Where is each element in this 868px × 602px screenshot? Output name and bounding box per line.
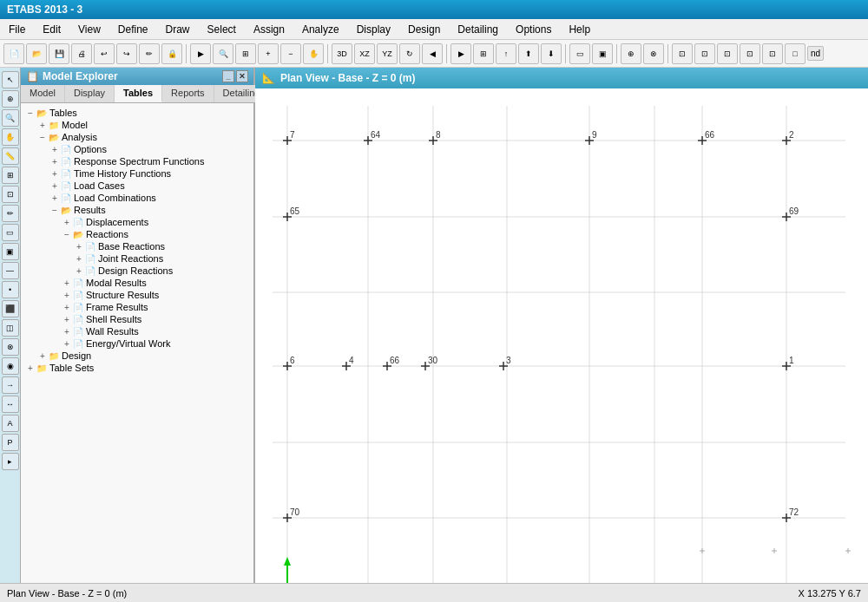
left-tool-node[interactable]: • (2, 281, 19, 298)
toolbar-btn-prev[interactable]: ◀ (422, 43, 443, 64)
tree-item-analysis[interactable]: −📂Analysis (21, 131, 253, 143)
left-tool-frame[interactable]: ⬛ (2, 300, 19, 317)
toolbar-btn-pointer[interactable]: ↑ (496, 43, 516, 64)
tree-expand-icon[interactable]: + (61, 327, 73, 337)
toolbar-btn-open[interactable]: 📂 (26, 43, 47, 64)
toolbar-btn-run[interactable]: ▶ (190, 43, 211, 64)
tree-item-reactions[interactable]: −📂Reactions (21, 228, 253, 240)
toolbar-btn-zoom-out[interactable]: − (280, 43, 301, 64)
tree-item-table-sets[interactable]: +📁Table Sets (21, 362, 253, 374)
left-tool-draw3[interactable]: ▣ (2, 243, 19, 260)
tree-item-energy/virtual-work[interactable]: +📄Energy/Virtual Work (21, 337, 253, 350)
tree-item-shell-results[interactable]: +📄Shell Results (21, 313, 253, 325)
menu-item-edit[interactable]: Edit (34, 22, 69, 37)
left-tool-arrow[interactable]: → (2, 376, 19, 394)
left-tool-section[interactable]: — (2, 262, 19, 279)
tree-expand-icon[interactable]: + (73, 266, 85, 276)
tree-expand-icon[interactable]: + (49, 193, 61, 203)
toolbar-btn-snap2[interactable]: ⊡ (694, 43, 715, 64)
toolbar-btn-next[interactable]: ▶ (450, 43, 471, 64)
left-tool-snap[interactable]: ⊡ (2, 186, 19, 203)
left-tool-shell[interactable]: ◫ (2, 319, 19, 337)
menu-item-draw[interactable]: Draw (157, 22, 199, 37)
toolbar-btn-edit[interactable]: ✏ (139, 43, 160, 64)
toolbar-btn-undo[interactable]: ↩ (94, 43, 115, 64)
tree-item-tables[interactable]: −📂Tables (21, 107, 253, 119)
toolbar-btn-zoom-in2[interactable]: + (258, 43, 279, 64)
tree-item-base-reactions[interactable]: +📄Base Reactions (21, 240, 253, 252)
tree-expand-icon[interactable]: + (24, 363, 36, 373)
left-tool-pointer[interactable]: ↖ (2, 71, 19, 88)
tree-item-frame-results[interactable]: +📄Frame Results (21, 301, 253, 313)
menu-item-display[interactable]: Display (348, 22, 399, 37)
left-tool-point[interactable]: ◉ (2, 357, 19, 375)
toolbar-btn-print[interactable]: 🖨 (71, 43, 92, 64)
toolbar-btn-assign1[interactable]: ⊕ (621, 43, 641, 64)
left-tool-all[interactable]: A (2, 415, 19, 432)
tree-expand-icon[interactable]: + (61, 303, 73, 312)
planview-canvas[interactable]: 7 64 8 9 66 2 65 (255, 88, 868, 583)
left-tool-ps[interactable]: P (2, 434, 19, 451)
toolbar-btn-new[interactable]: 📄 (3, 43, 24, 64)
toolbar-btn-redo[interactable]: ↪ (116, 43, 137, 64)
toolbar-btn-zoom-fit[interactable]: ⊞ (235, 43, 256, 64)
tree-expand-icon[interactable]: + (49, 169, 61, 179)
tree-item-load-combinations[interactable]: +📄Load Combinations (21, 192, 253, 204)
left-tool-measure[interactable]: 📏 (2, 147, 19, 165)
left-tool-spring[interactable]: ⊗ (2, 338, 19, 356)
left-tool-pan[interactable]: ✋ (2, 128, 19, 146)
explorer-tab-display[interactable]: Display (65, 85, 115, 102)
tree-item-design[interactable]: +📁Design (21, 350, 253, 362)
toolbar-btn-pan[interactable]: ✋ (303, 43, 324, 64)
toolbar-btn-yz[interactable]: YZ (377, 43, 398, 64)
left-tool-draw1[interactable]: ✏ (2, 205, 19, 222)
tree-item-wall-results[interactable]: +📄Wall Results (21, 325, 253, 337)
tree-expand-icon[interactable]: + (49, 157, 61, 167)
tree-expand-icon[interactable]: + (36, 121, 49, 130)
explorer-tab-reports[interactable]: Reports (162, 85, 214, 102)
left-tool-zoom[interactable]: 🔍 (2, 109, 19, 127)
explorer-tab-tables[interactable]: Tables (115, 85, 162, 102)
tree-expand-icon[interactable]: + (73, 242, 85, 252)
left-tool-dim[interactable]: ↔ (2, 396, 19, 413)
toolbar-btn-zoom-in[interactable]: 🔍 (213, 43, 233, 64)
menu-item-help[interactable]: Help (560, 22, 599, 37)
tree-expand-icon[interactable]: − (61, 230, 73, 239)
toolbar-btn-lock[interactable]: 🔒 (161, 43, 182, 64)
left-tool-draw2[interactable]: ▭ (2, 224, 19, 241)
toolbar-btn-up[interactable]: ⬆ (518, 43, 539, 64)
menu-item-options[interactable]: Options (507, 22, 560, 37)
tree-expand-icon[interactable]: − (36, 133, 49, 142)
explorer-tab-model[interactable]: Model (21, 85, 65, 102)
menu-item-detailing[interactable]: Detailing (449, 22, 507, 37)
tree-expand-icon[interactable]: + (61, 315, 73, 324)
tree-item-design-reactions[interactable]: +📄Design Reactions (21, 265, 253, 277)
menu-item-define[interactable]: Define (109, 22, 157, 37)
left-tool-select[interactable]: ⊕ (2, 90, 19, 108)
tree-item-response-spectrum-functions[interactable]: +📄Response Spectrum Functions (21, 155, 253, 167)
tree-expand-icon[interactable]: + (49, 181, 61, 191)
tree-item-structure-results[interactable]: +📄Structure Results (21, 289, 253, 301)
toolbar-btn-snap1[interactable]: ⊡ (672, 43, 693, 64)
tree-expand-icon[interactable]: + (73, 254, 85, 264)
left-tool-grid[interactable]: ⊞ (2, 167, 19, 184)
toolbar-btn-select[interactable]: ⊞ (473, 43, 494, 64)
toolbar-btn-frame[interactable]: ▭ (569, 43, 590, 64)
toolbar-btn-spin[interactable]: ↻ (399, 43, 420, 64)
tree-item-model[interactable]: +📁Model (21, 119, 253, 131)
left-tool-analyze[interactable]: ▸ (2, 453, 19, 470)
tree-expand-icon[interactable]: − (49, 206, 61, 215)
tree-item-results[interactable]: −📂Results (21, 204, 253, 216)
tree-item-time-history-functions[interactable]: +📄Time History Functions (21, 167, 253, 180)
toolbar-btn-save[interactable]: 💾 (49, 43, 69, 64)
tree-expand-icon[interactable]: + (61, 278, 73, 288)
tree-item-load-cases[interactable]: +📄Load Cases (21, 180, 253, 192)
toolbar-btn-shell[interactable]: ▣ (592, 43, 613, 64)
toolbar-btn-snap5[interactable]: ⊡ (762, 43, 783, 64)
menu-item-file[interactable]: File (0, 22, 34, 37)
explorer-minimize-btn[interactable]: _ (222, 70, 234, 82)
toolbar-btn-nd[interactable]: □ (785, 43, 806, 64)
tree-expand-icon[interactable]: + (61, 291, 73, 300)
tree-item-displacements[interactable]: +📄Displacements (21, 216, 253, 228)
toolbar-btn-assign2[interactable]: ⊗ (643, 43, 664, 64)
